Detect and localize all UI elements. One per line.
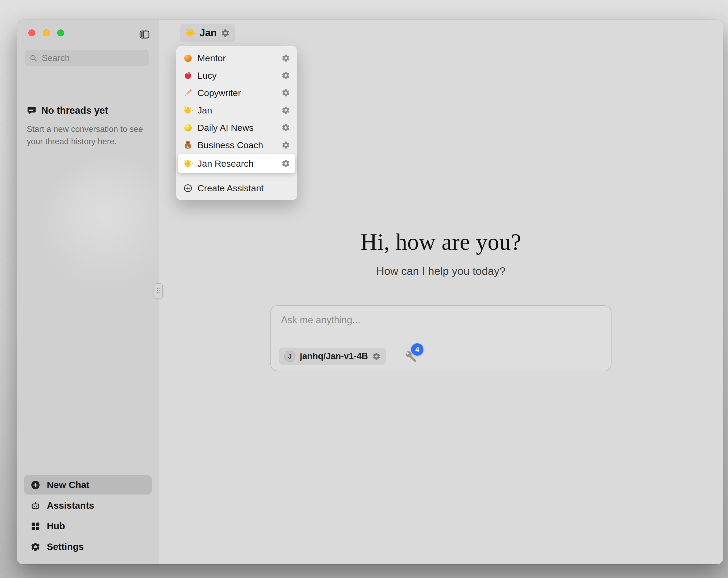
sidebar-item-label: Assistants bbox=[47, 500, 94, 511]
assistant-menu-item-label: Daily AI News bbox=[198, 123, 254, 133]
sidebar-item-assistants[interactable]: Assistants bbox=[24, 496, 152, 515]
gear-icon[interactable] bbox=[282, 71, 290, 80]
assistant-menu: Mentor Lucy Copywriter Jan Daily AI News bbox=[176, 46, 297, 200]
orange-circle-icon bbox=[183, 53, 192, 63]
assistant-menu-item-lucy[interactable]: Lucy bbox=[179, 67, 294, 84]
threads-empty-state: No threads yet Start a new conversation … bbox=[27, 105, 150, 148]
search-input[interactable] bbox=[41, 53, 144, 64]
sidebar-item-settings[interactable]: Settings bbox=[24, 537, 152, 556]
chat-bubble-icon bbox=[27, 106, 36, 115]
pencil-icon bbox=[183, 88, 192, 98]
gear-icon[interactable] bbox=[282, 54, 290, 62]
sidebar-nav: New Chat Assistants Hub Settings bbox=[24, 475, 152, 556]
assistant-menu-item-daily-ai-news[interactable]: Daily AI News bbox=[179, 119, 294, 136]
close-button[interactable] bbox=[28, 29, 35, 36]
empty-state-title: No threads yet bbox=[41, 105, 108, 116]
sidebar-item-label: New Chat bbox=[47, 479, 89, 490]
assistant-menu-item-label: Mentor bbox=[198, 53, 226, 64]
yellow-circle-icon bbox=[183, 123, 192, 132]
grid-icon bbox=[30, 521, 41, 531]
gear-icon bbox=[30, 542, 41, 552]
menu-divider bbox=[180, 176, 294, 176]
assistant-menu-item-business-coach[interactable]: Business Coach bbox=[179, 136, 294, 154]
search-icon bbox=[29, 54, 37, 62]
assistant-menu-item-label: Jan bbox=[198, 105, 212, 116]
zoom-button[interactable] bbox=[57, 29, 64, 36]
sidebar-item-label: Settings bbox=[47, 541, 84, 552]
sidebar-toggle-icon bbox=[139, 29, 150, 40]
app-window: No threads yet Start a new conversation … bbox=[17, 20, 723, 564]
assistant-menu-item-label: Business Coach bbox=[198, 140, 263, 150]
greeting-title: Hi, how are you? bbox=[159, 228, 723, 255]
greeting-subtitle: How can I help you today? bbox=[159, 265, 723, 277]
chat-input[interactable] bbox=[281, 313, 601, 327]
main-area: Jan Mentor Lucy Copywriter Jan bbox=[159, 20, 723, 564]
sidebar-item-new-chat[interactable]: New Chat bbox=[24, 475, 152, 495]
window-controls bbox=[28, 29, 64, 36]
minimize-button[interactable] bbox=[43, 29, 50, 36]
search-box[interactable] bbox=[25, 50, 149, 66]
gear-icon[interactable] bbox=[221, 29, 230, 37]
welcome-section: Hi, how are you? How can I help you toda… bbox=[159, 228, 723, 277]
model-name: janhq/Jan-v1-4B bbox=[300, 351, 368, 361]
gear-icon[interactable] bbox=[282, 123, 290, 132]
wave-hand-icon bbox=[183, 159, 192, 168]
model-selector[interactable]: J janhq/Jan-v1-4B bbox=[279, 348, 386, 365]
wave-hand-icon bbox=[183, 106, 192, 115]
chat-composer[interactable]: J janhq/Jan-v1-4B 4 bbox=[270, 305, 612, 371]
assistant-name: Jan bbox=[200, 27, 217, 39]
apple-icon bbox=[183, 71, 192, 80]
create-assistant-label: Create Assistant bbox=[198, 183, 264, 194]
sidebar-resize-handle[interactable] bbox=[154, 283, 163, 298]
background-blur-blob bbox=[47, 164, 175, 293]
assistant-selector[interactable]: Jan bbox=[180, 24, 235, 42]
sidebar-toggle-button[interactable] bbox=[139, 29, 150, 40]
plus-circle-icon bbox=[30, 480, 41, 490]
sidebar-item-hub[interactable]: Hub bbox=[24, 517, 152, 536]
empty-state-description: Start a new conversation to see your thr… bbox=[27, 123, 150, 148]
money-bag-icon bbox=[183, 141, 192, 150]
assistant-menu-item-copywriter[interactable]: Copywriter bbox=[179, 84, 294, 101]
assistant-menu-item-jan-research[interactable]: Jan Research bbox=[178, 154, 295, 173]
create-assistant-button[interactable]: Create Assistant bbox=[179, 180, 294, 197]
tools-count-badge: 4 bbox=[411, 343, 423, 356]
tools-button[interactable]: 4 bbox=[404, 350, 417, 363]
model-avatar: J bbox=[284, 351, 296, 362]
assistant-menu-item-mentor[interactable]: Mentor bbox=[179, 50, 294, 67]
assistant-menu-item-jan[interactable]: Jan bbox=[179, 102, 294, 119]
gear-icon[interactable] bbox=[372, 352, 381, 360]
gear-icon[interactable] bbox=[282, 159, 290, 168]
assistant-menu-item-label: Lucy bbox=[198, 70, 217, 81]
drag-dots-icon bbox=[156, 287, 160, 294]
gear-icon[interactable] bbox=[282, 89, 290, 97]
sidebar: No threads yet Start a new conversation … bbox=[17, 20, 159, 564]
assistant-menu-item-label: Copywriter bbox=[198, 88, 241, 98]
gear-icon[interactable] bbox=[282, 141, 290, 149]
assistant-menu-item-label: Jan Research bbox=[198, 158, 254, 169]
gear-icon[interactable] bbox=[282, 106, 290, 115]
sidebar-item-label: Hub bbox=[47, 521, 65, 531]
plus-circle-outline-icon bbox=[183, 183, 192, 193]
wave-hand-icon bbox=[185, 28, 195, 38]
robot-icon bbox=[30, 501, 41, 510]
